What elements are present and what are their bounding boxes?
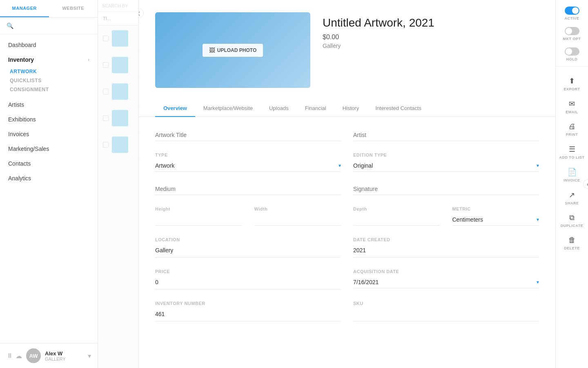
- price-label: PRICE: [155, 269, 341, 274]
- artist-field: [353, 129, 539, 141]
- depth-label: Depth: [353, 206, 440, 211]
- tab-history[interactable]: History: [334, 100, 367, 117]
- tab-marketplace[interactable]: Marketplace/Website: [195, 100, 261, 117]
- date-created-label: DATE CREATED: [353, 237, 539, 242]
- medium-input[interactable]: [155, 183, 341, 195]
- user-name: Alex W: [45, 350, 84, 357]
- toggle-knob: [572, 7, 579, 14]
- sidebar-search: 🔍: [0, 18, 98, 34]
- width-input[interactable]: [254, 214, 341, 226]
- type-label: TYPE: [155, 153, 341, 157]
- sidebar-item-contacts[interactable]: Contacts: [0, 156, 98, 171]
- list-item-checkbox[interactable]: [103, 89, 109, 94]
- list-item-checkbox[interactable]: [103, 142, 109, 148]
- invoice-icon: 📄: [568, 168, 577, 177]
- artwork-title-field: [155, 129, 341, 141]
- footer-chevron-icon[interactable]: ▾: [88, 352, 91, 360]
- sidebar-item-artwork[interactable]: ARTWORK: [10, 67, 89, 76]
- chevron-right-icon: ›: [88, 57, 89, 63]
- avatar: AW: [26, 348, 41, 363]
- hold-toggle[interactable]: [565, 47, 579, 56]
- cloud-icon[interactable]: ☁: [16, 352, 22, 360]
- share-icon: ↗: [569, 191, 575, 200]
- artist-input[interactable]: [353, 129, 539, 141]
- tab-manager[interactable]: MANAGER: [0, 0, 49, 17]
- active-toggle-row: ACTIVE: [556, 7, 588, 20]
- edition-type-field: EDITION TYPE Original ▾: [353, 153, 539, 172]
- list-item[interactable]: [98, 132, 138, 158]
- sidebar-item-marketing[interactable]: Marketing/Sales: [0, 141, 98, 156]
- export-icon: ⬆: [569, 76, 575, 85]
- sidebar-item-invoices[interactable]: Invoices: [0, 127, 98, 141]
- active-toggle[interactable]: [565, 7, 579, 15]
- list-item[interactable]: [98, 105, 138, 132]
- list-item-checkbox[interactable]: [103, 62, 109, 68]
- tab-website[interactable]: WEBSITE: [49, 0, 98, 17]
- duplicate-button[interactable]: ⧉ DUPLICATE: [556, 210, 588, 231]
- overview-form: TYPE Artwork ▾ EDITION TYPE Original ▾: [139, 117, 555, 345]
- list-search-input-wrapper: [98, 12, 138, 25]
- pause-icon[interactable]: ⏸: [7, 352, 13, 359]
- list-search-input[interactable]: [103, 16, 134, 21]
- mkt-opt-toggle[interactable]: [565, 27, 579, 35]
- sidebar-item-exhibitions[interactable]: Exhibitions: [0, 112, 98, 127]
- tab-interested-contacts[interactable]: Interested Contacts: [367, 100, 430, 117]
- sidebar-footer: ⏸ ☁ AW Alex W GALLERY ▾: [0, 343, 98, 368]
- list-icon: ☰: [569, 145, 575, 154]
- list-item[interactable]: [98, 52, 138, 79]
- artwork-location-display: Gallery: [323, 43, 539, 49]
- sidebar-item-analytics[interactable]: Analytics: [0, 171, 98, 186]
- form-row-inventory-sku: INVENTORY NUMBER 461 SKU: [155, 301, 539, 321]
- depth-input[interactable]: [353, 214, 440, 226]
- form-row-medium-signature: [155, 183, 539, 195]
- acquisition-date-wrapper: 7/16/2021 ▾: [353, 276, 539, 288]
- tab-uploads[interactable]: Uploads: [261, 100, 297, 117]
- inventory-number-field: INVENTORY NUMBER 461: [155, 301, 341, 321]
- list-item-checkbox[interactable]: [103, 36, 109, 41]
- metric-label: METRIC: [452, 206, 539, 211]
- sidebar-item-quicklists[interactable]: QUICKLISTS: [10, 76, 89, 85]
- sku-value: [353, 308, 539, 321]
- artwork-image: 🖼 UPLOAD PHOTO: [155, 12, 310, 88]
- edition-type-select[interactable]: Original: [353, 160, 539, 171]
- share-button[interactable]: ↗ SHARE: [556, 187, 588, 209]
- metric-select[interactable]: Centimeters Inches: [452, 214, 539, 225]
- date-created-field: DATE CREATED 2021: [353, 237, 539, 258]
- tab-overview[interactable]: Overview: [155, 100, 195, 117]
- tab-financial[interactable]: Financial: [297, 100, 334, 117]
- list-item[interactable]: [98, 79, 138, 105]
- list-item-thumbnail: [112, 137, 128, 153]
- toggle-knob: [566, 28, 572, 34]
- sidebar-item-artists[interactable]: Artists: [0, 97, 98, 112]
- delete-icon: 🗑: [568, 236, 576, 245]
- form-row-location-date: LOCATION Gallery DATE CREATED 2021: [155, 237, 539, 258]
- signature-input[interactable]: [353, 183, 539, 195]
- upload-photo-button[interactable]: 🖼 UPLOAD PHOTO: [203, 44, 263, 57]
- height-input[interactable]: [155, 214, 242, 226]
- export-button[interactable]: ⬆ EXPORT: [556, 73, 588, 94]
- email-button[interactable]: ✉ EMAIL: [556, 96, 588, 117]
- search-by-label: SEARCH BY: [102, 3, 128, 8]
- type-field: TYPE Artwork ▾: [155, 153, 341, 172]
- acquisition-date-value[interactable]: 7/16/2021: [353, 276, 539, 288]
- add-to-list-button[interactable]: ☰ ADD TO LIST: [556, 141, 588, 163]
- type-select[interactable]: Artwork: [155, 160, 341, 171]
- artwork-price: $0.00: [323, 34, 539, 41]
- delete-button[interactable]: 🗑 DELETE: [556, 233, 588, 254]
- sidebar-item-inventory[interactable]: Inventory ›: [0, 52, 98, 67]
- list-item[interactable]: [98, 25, 138, 52]
- list-item-checkbox[interactable]: [103, 115, 109, 121]
- height-label: Height: [155, 206, 242, 211]
- footer-controls: ⏸ ☁: [7, 352, 22, 360]
- width-label: Width: [254, 206, 341, 211]
- location-value: Gallery: [155, 245, 341, 258]
- form-row-type: TYPE Artwork ▾ EDITION TYPE Original ▾: [155, 153, 539, 172]
- list-item-thumbnail: [112, 110, 128, 126]
- print-button[interactable]: 🖨 PRINT: [556, 119, 588, 140]
- sidebar-item-dashboard[interactable]: Dashboard: [0, 38, 98, 52]
- artwork-title-input[interactable]: [155, 129, 341, 141]
- price-value: 0: [155, 276, 341, 289]
- footer-info: Alex W GALLERY: [45, 350, 84, 361]
- artwork-title: Untitled Artwork, 2021: [323, 16, 539, 29]
- sidebar-item-consignment[interactable]: CONSIGNMENT: [10, 85, 89, 94]
